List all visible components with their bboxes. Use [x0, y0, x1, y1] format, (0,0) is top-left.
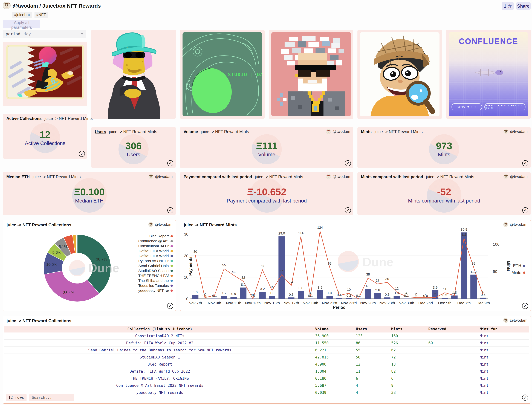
- mintfun-link[interactable]: Mint: [480, 369, 529, 373]
- author-attribution[interactable]: @twodam: [148, 174, 173, 179]
- apply-all-parameters-button[interactable]: Apply all parameters: [3, 20, 40, 28]
- star-icon: [508, 3, 512, 9]
- svg-text:Period: Period: [333, 305, 346, 310]
- widget-active-collections[interactable]: Active Collections juice -> NFT Reward M…: [3, 114, 87, 159]
- mints-cell: 160: [391, 334, 428, 338]
- mintfun-link[interactable]: Mint: [480, 383, 529, 388]
- stat-value: 12: [40, 130, 50, 140]
- collection-link[interactable]: yeeeeeety NFT rewards: [4, 391, 315, 395]
- mintfun-link[interactable]: Mint: [480, 348, 529, 352]
- nft-tile-constitutiondao-artwork[interactable]: [269, 30, 353, 119]
- nft-tile-confluence-artwork[interactable]: CONFLUENCE GUPPY TH: [446, 30, 531, 119]
- svg-text:Nov 13th: Nov 13th: [245, 301, 261, 305]
- mintfun-link[interactable]: Mint: [480, 362, 529, 366]
- collection-link[interactable]: Confluence @ Art Basel 2022 NFT rewards: [4, 383, 315, 388]
- collection-link[interactable]: Send Gabriel Haines to the Bahamas to se…: [4, 348, 315, 352]
- widget-median-eth[interactable]: Median ETH juice -> NFT Reward Mints @tw…: [3, 172, 176, 215]
- legend-item[interactable]: Defifa: FIFA World: [138, 254, 173, 258]
- query-fresh-check-icon: [522, 160, 528, 166]
- collection-link[interactable]: Defifa: FIFA World Cup 2022: [4, 369, 315, 373]
- widget-mints-chart[interactable]: juice -> NFT Reward Mints @twodam 010203…: [180, 220, 531, 311]
- legend-item[interactable]: yeeeeeety NFT rev: [138, 289, 173, 292]
- period-dropdown[interactable]: period day: [3, 30, 86, 38]
- collection-link[interactable]: THE TRENCH FAMILY: ORIGINS: [4, 376, 315, 381]
- share-button[interactable]: Share: [516, 2, 531, 10]
- svg-text:30.8: 30.8: [461, 228, 467, 231]
- legend-item[interactable]: THE TRENCH FAM: [138, 274, 173, 278]
- collection-link[interactable]: ConstitutionDAO 2 NFTs: [4, 334, 315, 338]
- widget-query-name: juice -> NFT Reward Mints: [426, 175, 474, 179]
- mintfun-link[interactable]: Mint: [480, 355, 529, 359]
- author-attribution[interactable]: @twodam: [504, 174, 528, 179]
- legend-item[interactable]: The Shiba and the: [138, 279, 173, 283]
- legend-item[interactable]: Todos los Tamales: [138, 284, 173, 288]
- nft-tile-blec-report-artwork[interactable]: [91, 30, 176, 119]
- widget-payment-compared[interactable]: Payment compared with last period juice …: [180, 172, 353, 215]
- mintfun-link[interactable]: Mint: [480, 376, 529, 381]
- author-attribution[interactable]: @twodam: [504, 129, 528, 134]
- legend-dot-icon: [170, 275, 173, 277]
- svg-text:124: 124: [317, 226, 323, 230]
- reserved-cell: 69: [428, 341, 480, 345]
- nft-tile-defifa-artwork[interactable]: 9: [3, 42, 87, 106]
- svg-text:2: 2: [204, 292, 206, 296]
- col-header-mintfun: Mint.fun: [480, 327, 529, 331]
- svg-text:11.2: 11.2: [471, 270, 477, 274]
- collection-link[interactable]: Blec Report: [4, 362, 315, 366]
- svg-text:4: 4: [405, 291, 407, 295]
- legend-item[interactable]: Confluence @ Art B: [138, 239, 173, 243]
- svg-text:53: 53: [261, 264, 264, 268]
- star-button[interactable]: 1: [502, 2, 514, 10]
- legend-item[interactable]: Defifa: FIFA World: [138, 249, 173, 253]
- dashboard-owner-avatar[interactable]: [3, 1, 11, 10]
- nft-tile-studiodao-artwork[interactable]: STUDIO | DAO: [180, 30, 265, 119]
- legend-label: ConstitutionDAO 2: [138, 244, 169, 248]
- widget-mints-compared[interactable]: Mints compared with last period juice ->…: [357, 172, 531, 215]
- legend-item[interactable]: Send Gabriel Hain: [138, 264, 173, 268]
- author-attribution[interactable]: @twodam: [326, 129, 350, 134]
- table-row: THE TRENCH FAMILY: ORIGINS0.18066Mint: [4, 375, 529, 382]
- tag-juicebox[interactable]: #juicebox: [12, 12, 32, 18]
- collection-link[interactable]: Defifa: FIFA World Cup 2022 V2: [4, 341, 315, 345]
- nft-tile-detective-artwork[interactable]: [357, 30, 442, 119]
- widget-donut-collections[interactable]: juice -> NFT Reward Collections @twodam …: [3, 220, 176, 311]
- query-fresh-check-icon: [522, 303, 528, 309]
- page-title: @twodam / Juicebox NFT Rewards: [13, 3, 101, 9]
- tag-nft[interactable]: #NFT: [34, 12, 48, 18]
- widget-volume[interactable]: Volume juice -> NFT Reward Mints @twodam…: [180, 127, 353, 168]
- widget-collections-table[interactable]: juice -> NFT Reward Collections @twodam …: [3, 316, 531, 404]
- widget-mints[interactable]: Mints juice -> NFT Reward Mints @twodam …: [357, 127, 531, 168]
- mintfun-link[interactable]: Mint: [480, 334, 529, 338]
- mintfun-link[interactable]: Mint: [480, 341, 529, 345]
- dot-icon: [467, 106, 469, 108]
- author-avatar: [503, 318, 508, 323]
- stat-value: Ξ111: [256, 141, 277, 151]
- legend-item[interactable]: Mints: [512, 270, 525, 275]
- stat-value: 973: [436, 141, 452, 151]
- legend-label: Todos los Tamales: [138, 284, 169, 288]
- widget-title-link[interactable]: Users: [95, 129, 106, 134]
- svg-text:3.9: 3.9: [318, 286, 322, 289]
- svg-text:2: 2: [415, 292, 417, 296]
- legend-item[interactable]: ETH: [512, 264, 525, 268]
- volume-cell: 36.900: [315, 334, 356, 338]
- search-input[interactable]: [29, 394, 74, 401]
- svg-text:Dec 5th: Dec 5th: [438, 301, 451, 305]
- legend-dot-icon: [170, 240, 173, 242]
- svg-text:100: 100: [493, 242, 499, 247]
- legend-item[interactable]: ConstitutionDAO 2: [138, 244, 173, 248]
- legend-item[interactable]: Blec Report: [138, 234, 173, 238]
- svg-text:3.2: 3.2: [260, 287, 265, 291]
- table-row: StudioDAO Season 142.8155072Mint: [4, 354, 529, 361]
- author-attribution[interactable]: @twodam: [326, 174, 350, 179]
- mintfun-link[interactable]: Mint: [480, 391, 529, 395]
- widget-users[interactable]: Users juice -> NFT Reward Mints 306 User…: [91, 127, 176, 168]
- svg-text:Nov 11th: Nov 11th: [226, 301, 241, 305]
- legend-item[interactable]: PyLoreDAO NFT re: [138, 259, 173, 263]
- collection-link[interactable]: StudioDAO Season 1: [4, 355, 315, 359]
- author-attribution[interactable]: @twodam: [503, 318, 527, 323]
- svg-text:43: 43: [232, 270, 236, 274]
- svg-text:0.1: 0.1: [212, 294, 217, 297]
- svg-text:11: 11: [443, 287, 447, 291]
- legend-item[interactable]: StudioDAO Season: [138, 269, 173, 273]
